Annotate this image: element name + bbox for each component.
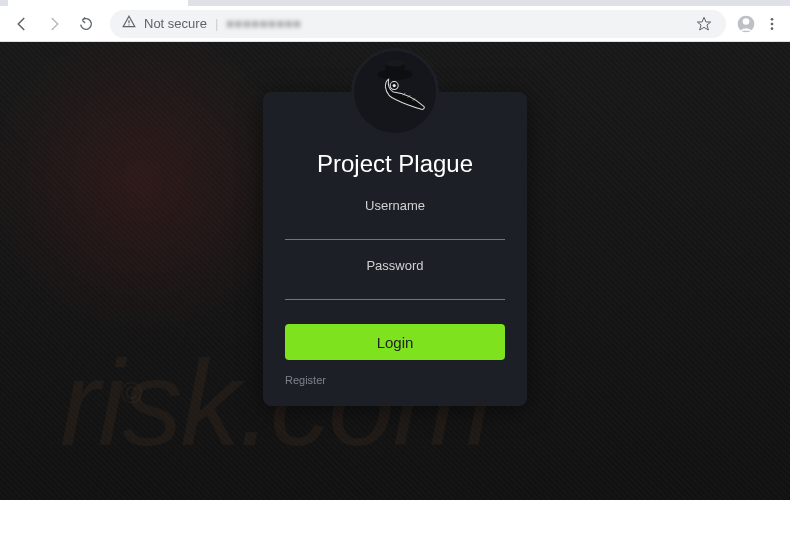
- svg-point-7: [771, 27, 774, 30]
- profile-avatar-icon[interactable]: [736, 14, 756, 34]
- password-label: Password: [285, 258, 505, 273]
- page-viewport: © risk.com Project Plague Username Passw…: [0, 42, 790, 500]
- svg-point-6: [771, 22, 774, 25]
- not-secure-warning-icon: [122, 15, 136, 32]
- login-card: Project Plague Username Password Login R…: [263, 92, 527, 406]
- tab-strip: Project Plague ✕ +: [0, 0, 790, 6]
- browser-toolbar: Not secure | ■■■■■■■■■: [0, 6, 790, 42]
- register-link[interactable]: Register: [285, 374, 326, 386]
- back-button[interactable]: [8, 10, 36, 38]
- svg-point-4: [743, 18, 750, 25]
- login-title: Project Plague: [285, 150, 505, 178]
- reload-button[interactable]: [72, 10, 100, 38]
- svg-point-10: [385, 60, 404, 66]
- kebab-menu-icon[interactable]: [762, 14, 782, 34]
- browser-tab[interactable]: Project Plague ✕: [8, 0, 188, 6]
- login-button[interactable]: Login: [285, 324, 505, 360]
- svg-point-12: [393, 84, 396, 87]
- svg-point-5: [771, 18, 774, 21]
- not-secure-label: Not secure: [144, 16, 207, 31]
- url-text: ■■■■■■■■■: [226, 16, 301, 31]
- username-label: Username: [285, 198, 505, 213]
- bookmark-star-icon[interactable]: [694, 14, 714, 34]
- password-input[interactable]: [285, 299, 505, 300]
- svg-point-2: [128, 24, 129, 25]
- username-input[interactable]: [285, 239, 505, 240]
- plague-doctor-logo: [351, 48, 439, 136]
- new-tab-button[interactable]: +: [194, 0, 222, 3]
- watermark-copyright: ©: [120, 376, 142, 410]
- forward-button[interactable]: [40, 10, 68, 38]
- address-bar[interactable]: Not secure | ■■■■■■■■■: [110, 10, 726, 38]
